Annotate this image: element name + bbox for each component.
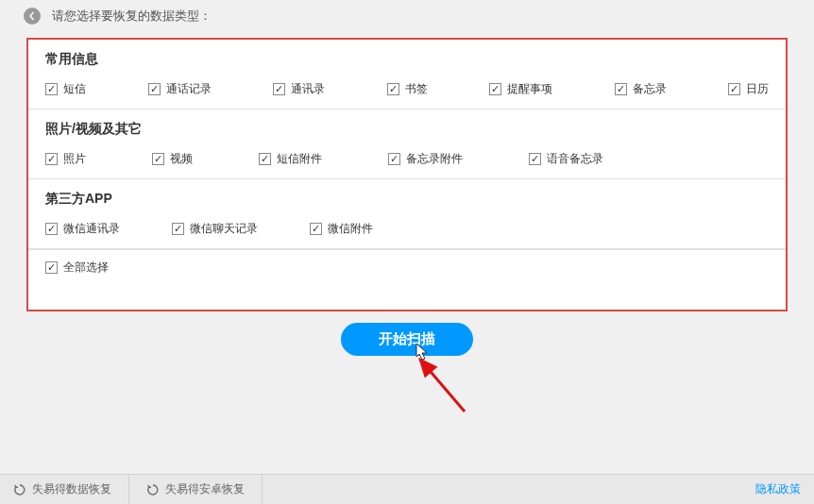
checkbox-label: 备忘录附件 (406, 151, 463, 167)
checkbox-label: 短信 (63, 81, 86, 97)
checkbox-label: 微信聊天记录 (190, 221, 258, 237)
checkbox-label: 视频 (170, 151, 193, 167)
check-icon (172, 223, 184, 235)
checkbox-notes-attach[interactable]: 备忘录附件 (388, 151, 463, 167)
scan-button-container: 开始扫描 (0, 323, 814, 356)
check-icon (388, 153, 400, 165)
page-title: 请您选择要恢复的数据类型： (52, 8, 212, 25)
section-media: 照片/视频及其它 照片 视频 短信附件 备忘录附件 语音备忘录 (28, 109, 786, 179)
section-common-title: 常用信息 (28, 40, 786, 74)
check-icon (273, 83, 285, 95)
checkbox-label: 微信附件 (328, 221, 373, 237)
checkbox-calllog[interactable]: 通话记录 (148, 81, 212, 97)
check-icon (615, 83, 627, 95)
checkbox-calendar[interactable]: 日历 (728, 81, 769, 97)
check-icon (45, 223, 58, 235)
section-thirdparty: 第三方APP 微信通讯录 微信聊天记录 微信附件 (28, 179, 786, 249)
check-icon (152, 153, 164, 165)
checkbox-label: 提醒事项 (507, 81, 552, 97)
check-icon (45, 83, 58, 95)
check-icon (489, 83, 501, 95)
checkbox-bookmarks[interactable]: 书签 (387, 81, 428, 97)
checkbox-label: 备忘录 (633, 81, 667, 97)
checkbox-label: 短信附件 (277, 151, 322, 167)
annotation-arrow-icon (413, 355, 479, 421)
checkbox-select-all[interactable]: 全部选择 (45, 260, 769, 276)
checkbox-sms-attach[interactable]: 短信附件 (259, 151, 322, 167)
checkbox-label: 全部选择 (63, 260, 109, 276)
section-media-title: 照片/视频及其它 (28, 109, 786, 143)
select-all-row: 全部选择 (28, 249, 786, 285)
common-checkbox-row: 短信 通话记录 通讯录 书签 提醒事项 备忘录 日历 (28, 74, 786, 109)
check-icon (310, 223, 322, 235)
media-checkbox-row: 照片 视频 短信附件 备忘录附件 语音备忘录 (28, 143, 786, 178)
checkbox-notes[interactable]: 备忘录 (615, 81, 667, 97)
section-thirdparty-title: 第三方APP (28, 179, 786, 213)
checkbox-wechat-attach[interactable]: 微信附件 (310, 221, 373, 237)
footer-bar: 失易得数据恢复 失易得安卓恢复 隐私政策 (0, 474, 814, 504)
check-icon (728, 83, 740, 95)
check-icon (45, 153, 58, 165)
footer-link-android-recovery[interactable]: 失易得安卓恢复 (129, 475, 263, 505)
checkbox-label: 照片 (63, 151, 86, 167)
footer-privacy-link[interactable]: 隐私政策 (755, 481, 801, 497)
data-type-panel: 常用信息 短信 通话记录 通讯录 书签 提醒事项 备忘录 日历 照片/视频及其它… (26, 38, 788, 311)
checkbox-photos[interactable]: 照片 (45, 151, 86, 167)
start-scan-button[interactable]: 开始扫描 (341, 323, 473, 356)
checkbox-videos[interactable]: 视频 (152, 151, 193, 167)
checkbox-contacts[interactable]: 通讯录 (273, 81, 325, 97)
checkbox-label: 微信通讯录 (63, 221, 120, 237)
cursor-icon (415, 342, 432, 362)
footer-link-data-recovery[interactable]: 失易得数据恢复 (13, 475, 129, 505)
check-icon (387, 83, 399, 95)
thirdparty-checkbox-row: 微信通讯录 微信聊天记录 微信附件 (28, 213, 786, 248)
checkbox-label: 语音备忘录 (547, 151, 603, 167)
checkbox-reminders[interactable]: 提醒事项 (489, 81, 552, 97)
check-icon (259, 153, 271, 165)
checkbox-wechat-contacts[interactable]: 微信通讯录 (45, 221, 120, 237)
section-common: 常用信息 短信 通话记录 通讯录 书签 提醒事项 备忘录 日历 (28, 40, 786, 109)
checkbox-wechat-chat[interactable]: 微信聊天记录 (172, 221, 258, 237)
svg-line-0 (420, 360, 465, 412)
chevron-left-icon (27, 11, 37, 21)
refresh-icon (146, 483, 160, 496)
check-icon (148, 83, 161, 95)
checkbox-label: 日历 (746, 81, 769, 97)
checkbox-sms[interactable]: 短信 (45, 81, 86, 97)
checkbox-voice-memo[interactable]: 语音备忘录 (529, 151, 603, 167)
checkbox-label: 通话记录 (166, 81, 212, 97)
footer-link-label: 失易得数据恢复 (32, 481, 111, 497)
back-button[interactable] (24, 8, 41, 25)
checkbox-label: 通讯录 (291, 81, 325, 97)
checkbox-label: 书签 (405, 81, 428, 97)
footer-link-label: 失易得安卓恢复 (165, 481, 245, 497)
check-icon (529, 153, 541, 165)
footer-left: 失易得数据恢复 失易得安卓恢复 (13, 475, 263, 505)
check-icon (45, 261, 58, 274)
header-bar: 请您选择要恢复的数据类型： (0, 0, 814, 32)
refresh-icon (13, 483, 26, 496)
